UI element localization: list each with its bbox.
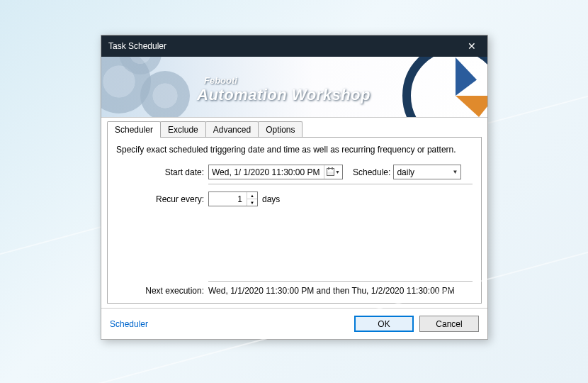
tab-label: Advanced [213, 125, 251, 135]
ok-button[interactable]: OK [354, 316, 414, 332]
banner: Febooti Automation Workshop [101, 57, 487, 118]
start-date-input[interactable]: Wed, 1/ 1/2020 11:30:00 PM ▼ [208, 165, 343, 179]
tab-scheduler[interactable]: Scheduler [107, 121, 161, 138]
tab-label: Scheduler [115, 125, 153, 135]
schedule-select[interactable]: daily ▼ [393, 165, 461, 179]
next-execution-label: Next execution: [116, 286, 208, 296]
schedule-label: Schedule: [353, 167, 390, 177]
tab-advanced[interactable]: Advanced [205, 121, 259, 138]
date-picker-button[interactable]: ▼ [324, 165, 342, 179]
dialog-footer: Scheduler OK Cancel [101, 308, 487, 339]
divider [208, 184, 473, 184]
dialog-title: Task Scheduler [108, 41, 166, 51]
svg-marker-2 [456, 96, 487, 117]
titlebar: Task Scheduler ✕ [101, 35, 487, 57]
recur-unit: days [262, 194, 280, 204]
start-date-label: Start date: [116, 167, 208, 177]
close-button[interactable]: ✕ [456, 35, 487, 57]
banner-brand: Febooti [204, 75, 371, 86]
tab-row: Scheduler Exclude Advanced Options [107, 121, 482, 138]
clock-icon [402, 57, 487, 118]
stepper-up-button[interactable]: ▲ [247, 192, 257, 199]
task-scheduler-dialog: Task Scheduler ✕ Febooti Automation Work… [101, 35, 488, 340]
chevron-down-icon: ▼ [250, 201, 254, 205]
divider [208, 281, 473, 282]
scheduler-help-link[interactable]: Scheduler [110, 319, 148, 329]
close-icon: ✕ [468, 40, 476, 52]
tab-exclude[interactable]: Exclude [160, 121, 206, 138]
tab-options[interactable]: Options [258, 121, 303, 138]
tab-label: Options [266, 125, 295, 135]
recur-stepper[interactable]: 1 ▲ ▼ [208, 192, 258, 206]
chevron-down-icon: ▼ [335, 170, 340, 174]
svg-marker-1 [456, 57, 477, 96]
banner-text: Febooti Automation Workshop [197, 75, 371, 104]
panel-description: Specify exact scheduled triggering date … [116, 145, 473, 155]
cancel-button[interactable]: Cancel [419, 316, 479, 332]
schedule-value: daily [397, 167, 452, 177]
gear-icon [140, 71, 190, 118]
next-execution-value: Wed, 1/1/2020 11:30:00 PM and then Thu, … [208, 286, 455, 296]
scheduler-panel: Specify exact scheduled triggering date … [107, 137, 482, 304]
start-date-value: Wed, 1/ 1/2020 11:30:00 PM [209, 167, 324, 177]
chevron-down-icon: ▼ [452, 169, 458, 175]
chevron-up-icon: ▲ [250, 194, 254, 198]
stepper-down-button[interactable]: ▼ [247, 199, 257, 206]
calendar-icon [327, 168, 334, 176]
recur-value: 1 [209, 194, 247, 204]
banner-product: Automation Workshop [197, 86, 371, 104]
recur-label: Recur every: [116, 194, 208, 204]
tab-label: Exclude [168, 125, 198, 135]
